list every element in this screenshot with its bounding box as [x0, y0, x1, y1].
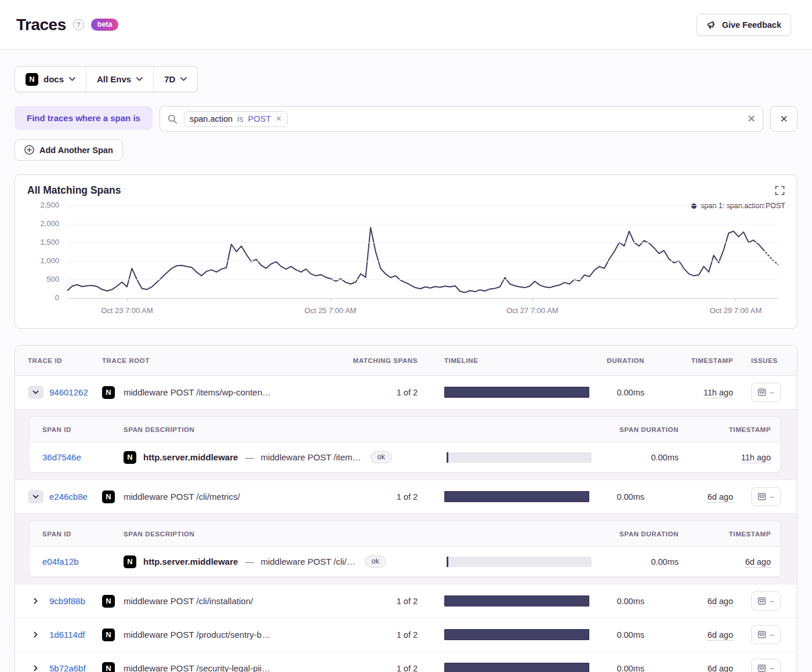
help-icon[interactable]: ?: [73, 19, 84, 30]
gridline: [67, 205, 778, 206]
trace-id-link[interactable]: 9cb9f88b: [49, 596, 85, 606]
chart-plot-area: 2,5002,0001,5001,0005000 Oct 23 7:00 AMO…: [27, 204, 784, 320]
chevron-down-icon: [32, 389, 39, 395]
project-filter[interactable]: N docs: [15, 67, 86, 92]
add-another-span-button[interactable]: Add Another Span: [14, 139, 123, 161]
issues-count: –: [770, 492, 774, 501]
table-row: 94601262 N middleware POST /items/wp-con…: [15, 376, 797, 409]
chevron-right-icon: [32, 631, 39, 638]
col-span-timestamp: TIMESTAMP: [679, 426, 771, 433]
fullscreen-icon[interactable]: [775, 186, 785, 195]
series-line-dashed: [763, 250, 778, 265]
span-timestamp-value[interactable]: 11h ago: [741, 453, 771, 463]
span-query-row: Find traces where a span is span.action …: [14, 106, 798, 132]
table-row: e246cb8e N middleware POST /cli/metrics/…: [15, 480, 797, 514]
span-id-link[interactable]: 36d7546e: [42, 452, 81, 462]
nextjs-platform-icon: N: [124, 451, 136, 464]
plus-circle-icon: [24, 145, 34, 155]
timestamp-value[interactable]: 11h ago: [704, 388, 733, 398]
gridline: [67, 242, 778, 243]
duration-value: 0.00ms: [589, 664, 644, 672]
span-search-input[interactable]: span.action is POST ✕ ✕: [160, 106, 763, 132]
trace-id-link[interactable]: e246cb8e: [49, 492, 88, 502]
span-timestamp-value[interactable]: 6d ago: [745, 557, 771, 568]
gridline: [67, 224, 778, 224]
issues-count: –: [770, 630, 774, 639]
nextjs-platform-icon: N: [102, 491, 115, 503]
span-duration-value: 0.00ms: [592, 453, 679, 462]
col-span-id: SPAN ID: [42, 531, 124, 537]
nextjs-platform-icon: N: [102, 629, 115, 641]
filter-token[interactable]: span.action is POST ✕: [184, 111, 288, 127]
chevron-down-icon: [69, 77, 75, 81]
duration-value: 0.00ms: [589, 492, 644, 502]
chart-title: All Matching Spans: [27, 184, 121, 197]
y-axis-tick-label: 2,500: [27, 201, 59, 209]
col-span-description: SPAN DESCRIPTION: [124, 426, 447, 433]
add-another-span-label: Add Another Span: [39, 146, 113, 155]
timeline-bar: [444, 595, 589, 606]
col-issues: ISSUES: [733, 357, 788, 364]
x-axis-tick: [331, 298, 331, 302]
period-filter[interactable]: 7D: [153, 67, 197, 92]
expand-row-button[interactable]: [28, 631, 44, 638]
beta-badge: beta: [91, 19, 119, 31]
trace-root-label: middleware POST /items/wp-conten…: [124, 387, 271, 397]
close-icon: ✕: [780, 113, 788, 125]
x-axis-tick-label: Oct 23 7:00 AM: [101, 306, 153, 315]
filter-bar: N docs All Envs 7D: [14, 66, 198, 92]
expand-row-button[interactable]: [28, 665, 44, 671]
span-operation: http.server.middleware: [143, 452, 238, 462]
x-axis-tick-label: Oct 29 7:00 AM: [710, 306, 762, 315]
timeline-bar: [444, 387, 589, 398]
remove-span-button[interactable]: ✕: [770, 106, 798, 132]
timestamp-value[interactable]: 6d ago: [708, 492, 733, 503]
span-id-link[interactable]: e04fa12b: [42, 557, 79, 566]
span-row: 36d7546e N http.server.middleware — midd…: [30, 442, 780, 472]
timestamp-value[interactable]: 6d ago: [708, 597, 733, 607]
search-icon: [168, 114, 177, 124]
matching-spans-count: 1 of 2: [341, 492, 418, 502]
find-traces-label: Find traces where a span is: [14, 106, 153, 130]
table-row: 1d6114df N middleware POST /product/sent…: [15, 618, 797, 652]
duration-value: 0.00ms: [589, 630, 644, 640]
span-table-header: SPAN ID SPAN DESCRIPTION SPAN DURATION T…: [30, 417, 780, 442]
token-remove-icon[interactable]: ✕: [276, 114, 282, 123]
col-trace-root: TRACE ROOT: [102, 357, 341, 364]
matching-spans-count: 1 of 2: [341, 630, 418, 640]
matching-spans-count: 1 of 2: [341, 388, 418, 397]
chevron-down-icon: [32, 493, 39, 500]
chart-plot: Oct 23 7:00 AMOct 25 7:00 AMOct 27 7:00 …: [67, 204, 778, 303]
search-clear-icon[interactable]: ✕: [747, 114, 756, 124]
span-status-badge: ok: [365, 555, 386, 568]
issues-button[interactable]: –: [751, 591, 781, 611]
trace-id-link[interactable]: 94601262: [49, 387, 88, 397]
environment-filter[interactable]: All Envs: [86, 67, 153, 92]
dash-separator: —: [245, 452, 253, 462]
timestamp-value[interactable]: 6d ago: [708, 664, 733, 672]
y-axis-tick-label: 2,000: [27, 219, 59, 228]
nextjs-project-icon: N: [26, 73, 38, 86]
collapse-row-button[interactable]: [28, 490, 44, 503]
chevron-down-icon: [136, 77, 143, 81]
nextjs-platform-icon: N: [102, 662, 115, 672]
span-description: middleware POST /item…: [260, 452, 361, 462]
give-feedback-button[interactable]: Give Feedback: [697, 14, 791, 36]
collapse-row-button[interactable]: [28, 386, 44, 399]
issues-icon: [757, 388, 766, 397]
trace-id-link[interactable]: 1d6114df: [49, 630, 85, 640]
expanded-span-panel: SPAN ID SPAN DESCRIPTION SPAN DURATION T…: [15, 514, 797, 584]
nextjs-platform-icon: N: [102, 595, 115, 608]
timestamp-value[interactable]: 6d ago: [708, 630, 733, 641]
issues-button[interactable]: –: [751, 659, 781, 672]
expand-row-button[interactable]: [28, 598, 44, 604]
period-filter-label: 7D: [164, 74, 175, 84]
trace-id-link[interactable]: 5b72a6bf: [49, 663, 86, 672]
issues-button[interactable]: –: [751, 383, 781, 402]
megaphone-icon: [706, 20, 717, 30]
issues-button[interactable]: –: [751, 625, 781, 644]
dash-separator: —: [245, 557, 253, 566]
chevron-right-icon: [32, 665, 39, 671]
span-status-badge: ok: [371, 451, 392, 463]
issues-button[interactable]: –: [751, 487, 781, 506]
